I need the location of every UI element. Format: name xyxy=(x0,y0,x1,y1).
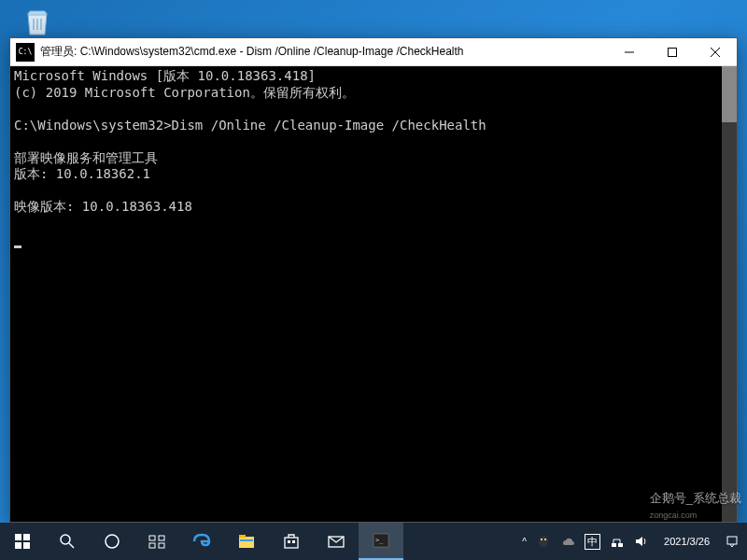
terminal-line: 版本: 10.0.18362.1 xyxy=(14,166,150,181)
watermark-sub: zongcai.com xyxy=(650,511,698,520)
window-controls xyxy=(608,38,737,66)
qq-icon[interactable] xyxy=(536,534,551,549)
svg-rect-31 xyxy=(618,543,623,547)
clock[interactable]: 2021/3/26 xyxy=(658,536,715,547)
terminal-line: 映像版本: 10.0.18363.418 xyxy=(14,199,192,214)
start-button[interactable] xyxy=(0,523,45,560)
svg-rect-2 xyxy=(40,19,42,30)
svg-point-29 xyxy=(544,539,546,540)
svg-rect-8 xyxy=(23,534,30,540)
svg-line-12 xyxy=(69,543,74,548)
svg-rect-22 xyxy=(288,540,290,543)
svg-rect-10 xyxy=(23,542,30,549)
volume-icon[interactable] xyxy=(634,534,649,549)
svg-rect-19 xyxy=(239,535,246,538)
svg-rect-1 xyxy=(36,19,38,30)
search-button[interactable] xyxy=(45,523,90,560)
cortana-button[interactable] xyxy=(90,523,134,560)
maximize-button[interactable] xyxy=(651,38,694,66)
svg-rect-14 xyxy=(149,536,155,540)
explorer-button[interactable] xyxy=(224,523,269,560)
edge-button[interactable] xyxy=(179,523,224,560)
svg-rect-21 xyxy=(285,538,298,548)
terminal-prompt: C:\Windows\system32> xyxy=(14,118,172,133)
minimize-button[interactable] xyxy=(608,38,651,66)
scrollbar-thumb[interactable] xyxy=(722,66,737,122)
tray-chevron-icon[interactable]: ^ xyxy=(522,537,527,547)
svg-text:>_: >_ xyxy=(375,537,384,544)
cmd-taskbar-button[interactable]: >_ xyxy=(359,523,403,560)
terminal-cursor xyxy=(14,245,21,248)
scrollbar[interactable] xyxy=(722,66,737,522)
svg-rect-16 xyxy=(149,543,155,548)
watermark: 企鹅号_系统总裁 zongcai.com xyxy=(650,490,741,521)
notifications-icon[interactable] xyxy=(725,534,740,549)
watermark-text: 企鹅号_系统总裁 xyxy=(650,491,741,505)
svg-point-13 xyxy=(106,535,119,548)
terminal-line: Microsoft Windows [版本 10.0.18363.418] xyxy=(14,68,316,83)
store-button[interactable] xyxy=(269,523,314,560)
cmd-window: C:\ 管理员: C:\Windows\system32\cmd.exe - D… xyxy=(9,37,738,523)
terminal-body[interactable]: Microsoft Windows [版本 10.0.18363.418] (c… xyxy=(10,66,737,522)
svg-rect-0 xyxy=(33,19,35,30)
onedrive-icon[interactable] xyxy=(560,534,575,549)
svg-rect-15 xyxy=(159,536,164,540)
svg-point-28 xyxy=(541,539,543,540)
titlebar[interactable]: C:\ 管理员: C:\Windows\system32\cmd.exe - D… xyxy=(10,38,737,66)
taskview-button[interactable] xyxy=(134,523,179,560)
svg-rect-18 xyxy=(239,537,254,548)
recycle-bin-icon[interactable] xyxy=(14,2,61,39)
window-title: 管理员: C:\Windows\system32\cmd.exe - Dism … xyxy=(40,44,608,60)
svg-point-27 xyxy=(539,536,548,547)
svg-point-11 xyxy=(61,535,70,544)
svg-rect-9 xyxy=(15,542,21,549)
system-tray: ^ 中 2021/3/26 xyxy=(514,534,747,550)
terminal-command: Dism /Online /Cleanup-Image /CheckHealth xyxy=(172,118,486,133)
cmd-icon: C:\ xyxy=(16,43,35,62)
taskbar: >_ ^ 中 2021/3/26 xyxy=(0,523,747,560)
svg-rect-35 xyxy=(727,537,737,544)
terminal-line: 部署映像服务和管理工具 xyxy=(14,150,158,165)
clock-date: 2021/3/26 xyxy=(664,536,710,547)
terminal-line: (c) 2019 Microsoft Corporation。保留所有权利。 xyxy=(14,85,355,100)
ime-indicator[interactable]: 中 xyxy=(585,534,600,550)
svg-rect-30 xyxy=(612,543,616,547)
svg-rect-7 xyxy=(15,534,21,540)
network-icon[interactable] xyxy=(610,534,625,549)
svg-rect-23 xyxy=(292,540,295,543)
svg-rect-4 xyxy=(669,48,677,56)
mail-button[interactable] xyxy=(314,523,359,560)
close-button[interactable] xyxy=(694,38,737,66)
svg-rect-20 xyxy=(240,539,253,541)
svg-rect-17 xyxy=(159,543,164,548)
